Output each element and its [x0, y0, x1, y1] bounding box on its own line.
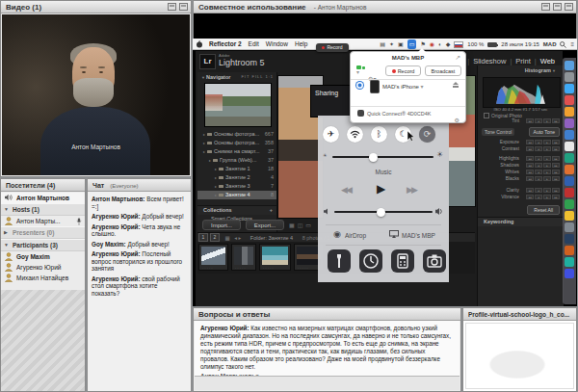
dock-app-icon[interactable]	[565, 188, 574, 197]
brightness-slider[interactable]	[332, 156, 434, 158]
folder-row-selected[interactable]: Занятие 48	[197, 191, 276, 199]
dock-app-icon[interactable]	[565, 257, 574, 267]
participant-row[interactable]: Агуренко Юрий	[1, 262, 85, 273]
menubar-clock[interactable]: 28 июля 19:15	[501, 39, 539, 50]
grid-view-icon[interactable]: ▦	[225, 235, 230, 241]
dock-app-icon[interactable]	[565, 165, 574, 174]
airdrop-button[interactable]: AirDrop	[345, 232, 366, 239]
stepper-buttons[interactable]: ◂◂◂▸▸▸	[526, 188, 560, 193]
record-chip[interactable]: Record	[316, 43, 349, 52]
chat-messages[interactable]: Антон Мартынов Всем привет! =:] Агуренко…	[88, 193, 191, 391]
forward-button[interactable]: ▶▶	[407, 185, 416, 195]
import-button[interactable]: Import...	[202, 220, 241, 230]
broadcast-button[interactable]: Broadcast	[425, 65, 461, 76]
folder-row[interactable]: Основы фотогра...358	[197, 139, 276, 147]
export-button[interactable]: Export...	[246, 220, 284, 230]
stepper-buttons[interactable]: ◂◂◂▸▸▸	[526, 195, 560, 199]
filmstrip-folder-label[interactable]: Folder: Занятие 4	[250, 235, 293, 241]
monitor2-icon[interactable]	[553, 3, 562, 11]
folder-row[interactable]: Группа (Web)...37	[197, 156, 276, 165]
menu-help[interactable]: Help	[295, 39, 307, 50]
dock-app-icon[interactable]	[565, 153, 574, 163]
filmstrip-thumb[interactable]	[198, 244, 228, 271]
quick-connect-label[interactable]: Quick Connect® 4D0CD4K	[367, 111, 431, 117]
navigator-zoom-options[interactable]: FIT FILL 1:1	[241, 74, 274, 79]
maximize-icon[interactable]	[179, 3, 188, 11]
dock-app-icon[interactable]	[565, 118, 574, 128]
menubar-user[interactable]: MAD	[543, 39, 557, 50]
participants-group-header[interactable]: Participants (3)	[1, 239, 85, 251]
keyboard-layout-flag[interactable]	[454, 41, 463, 48]
dock-app-icon[interactable]	[565, 234, 574, 244]
navigator-preview[interactable]	[204, 83, 272, 127]
reset-all-button[interactable]: Reset All	[527, 205, 560, 215]
view-mode-icons[interactable]: ▦◫▭	[289, 222, 314, 228]
share-panel-header[interactable]: Совместное использование - Антон Мартыно…	[194, 1, 576, 13]
apple-menu-icon[interactable]	[197, 40, 202, 48]
host-row[interactable]: Антон Марты...	[1, 216, 85, 226]
dock-app-icon[interactable]	[565, 61, 574, 70]
auto-tone-button[interactable]: Auto Tone	[529, 127, 560, 137]
folder-row[interactable]: Снимки на смарт...37	[197, 147, 276, 156]
dock-app-icon[interactable]	[565, 199, 574, 209]
keywording-header[interactable]: Keywording	[478, 217, 564, 226]
folder-row[interactable]: Занятие 24	[197, 173, 276, 182]
qa-input-area[interactable]	[195, 376, 460, 390]
battery-icon[interactable]	[487, 42, 497, 47]
hosts-group-header[interactable]: Hosts (1)	[1, 203, 85, 216]
active-speaker-row[interactable]: Антон Мартынов	[1, 193, 85, 203]
iphone-name[interactable]: MAD's iPhone ▾	[382, 83, 424, 90]
attendees-panel-header[interactable]: Посетители (4)	[1, 179, 85, 192]
fullscreen-icon[interactable]	[565, 3, 573, 11]
dock-app-icon[interactable]	[565, 130, 574, 140]
dock-app-icon[interactable]	[565, 176, 574, 186]
chat-scope[interactable]: (Everyone)	[110, 183, 138, 189]
timemachine-menu-icon[interactable]: ◐	[438, 39, 442, 50]
stepper-buttons[interactable]: ◂◂◂▸▸▸	[526, 163, 560, 168]
volume-knob[interactable]	[377, 208, 385, 217]
logo-panel-header[interactable]: Profile-virtual-school-logo_h_co...	[463, 308, 576, 321]
menu-window[interactable]: Window	[266, 39, 288, 50]
timer-button[interactable]	[359, 249, 382, 273]
screen-view-icon[interactable]	[356, 82, 363, 89]
stepper-buttons[interactable]: ◂◂◂▸▸▸	[526, 146, 560, 151]
rewind-button[interactable]: ◀◀	[341, 185, 351, 195]
qa-body[interactable]: Агуренко Юрий Как известно на мизерных м…	[195, 321, 460, 377]
stepper-buttons[interactable]: ◂◂◂▸▸▸	[526, 140, 560, 144]
settings-gear-icon[interactable]: ⚙	[455, 109, 460, 126]
notification-menu-icon[interactable]: ◉	[430, 39, 434, 50]
bluetooth-toggle[interactable]: ᛒ	[371, 126, 387, 143]
module-print[interactable]: Print	[506, 57, 530, 65]
flashlight-button[interactable]	[328, 249, 351, 273]
stepper-buttons[interactable]: ◂◂◂▸▸▸	[526, 118, 560, 123]
pop-out-icon[interactable]	[168, 3, 176, 11]
filmstrip-thumb[interactable]	[259, 244, 291, 271]
airplane-mode-toggle[interactable]: ✈	[323, 126, 339, 143]
filmstrip-thumb[interactable]	[231, 244, 256, 271]
stepper-buttons[interactable]: ◂◂◂▸▸▸	[526, 176, 560, 181]
menubar-app-name[interactable]: Reflector 2	[209, 39, 242, 50]
histogram-header[interactable]: Histogram	[525, 67, 556, 73]
dock-app-icon[interactable]	[565, 211, 574, 221]
dock-app-icon[interactable]	[565, 269, 574, 278]
wifi-menu-icon[interactable]: ◆	[446, 39, 451, 50]
chat-panel-header[interactable]: Чат (Everyone)	[88, 179, 191, 192]
play-button[interactable]: ▶	[377, 182, 385, 196]
participant-row[interactable]: Михаил Натайцев	[1, 273, 85, 283]
volume-slider[interactable]	[334, 211, 433, 213]
dock-app-icon[interactable]	[565, 246, 574, 255]
page-1-button[interactable]: 1	[198, 233, 208, 242]
eject-icon[interactable]	[453, 82, 459, 85]
video-panel-header[interactable]: Видео (1)	[1, 1, 191, 13]
mic-mute-icon[interactable]: ▾	[356, 68, 359, 75]
collections-header[interactable]: Collections	[197, 205, 276, 215]
stepper-buttons[interactable]: ◂◂◂▸▸▸	[526, 170, 560, 174]
monitor-icon[interactable]	[541, 3, 550, 11]
dock-app-icon[interactable]	[565, 222, 574, 232]
rotation-lock-toggle[interactable]: ⟳	[419, 126, 435, 143]
module-slideshow[interactable]: Slideshow	[463, 57, 506, 65]
reflector-menu-icon[interactable]: ▭	[407, 39, 417, 49]
search-icon[interactable]	[560, 41, 566, 48]
window-menu-icon[interactable]: ▣	[398, 39, 404, 50]
folder-row[interactable]: Основы фотогра...667	[197, 130, 276, 139]
